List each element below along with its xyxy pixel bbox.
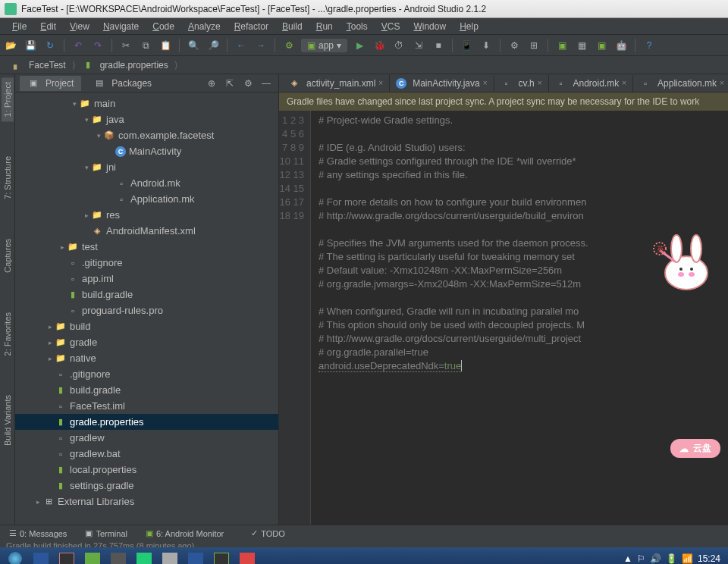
editor-tab[interactable]: ◈activity_main.xml× [282, 75, 390, 92]
tree-item[interactable]: ◈AndroidManifest.xml [15, 223, 278, 239]
mascot-bunny-icon[interactable]: 英 [652, 227, 720, 296]
editor-tab[interactable]: ▫Android.mk× [549, 75, 634, 92]
project-structure-icon[interactable]: ⊞ [526, 38, 541, 53]
tray-icon[interactable]: ⚐ [637, 553, 645, 564]
avd-icon[interactable]: 📱 [459, 38, 474, 53]
undo-icon[interactable]: ↶ [71, 38, 86, 53]
stop-icon[interactable]: ■ [431, 38, 446, 53]
tree-item[interactable]: ▸📁gradle [15, 334, 278, 350]
debug-icon[interactable]: 🐞 [372, 38, 387, 53]
tree-item[interactable]: ▫FaceTest.iml [15, 398, 278, 414]
taskbar-app[interactable] [55, 549, 79, 564]
tree-item[interactable]: ▸📁res [15, 207, 278, 223]
tray-icon[interactable]: ▲ [623, 553, 632, 564]
redo-icon[interactable]: ↷ [90, 38, 105, 53]
tree-item[interactable]: ▮gradle.properties [15, 414, 278, 430]
expand-arrow-icon[interactable]: ▸ [46, 323, 55, 331]
menu-file[interactable]: File [6, 20, 33, 33]
theme-icon[interactable]: ▣ [594, 38, 609, 53]
tree-item[interactable]: ▸📁test [15, 239, 278, 255]
menu-refactor[interactable]: Refactor [228, 20, 275, 33]
taskbar-app[interactable] [235, 549, 259, 564]
project-view-tab[interactable]: ▣ Project [20, 76, 81, 91]
sync-icon[interactable]: ↻ [42, 38, 58, 53]
taskbar-app[interactable] [106, 549, 130, 564]
taskbar-app[interactable] [29, 549, 53, 564]
back-icon[interactable]: ← [234, 38, 249, 53]
sdk-icon[interactable]: ⬇ [479, 38, 494, 53]
settings-icon[interactable]: ⚙ [507, 38, 522, 53]
make-icon[interactable]: ⚙ [281, 38, 297, 53]
replace-icon[interactable]: 🔎 [206, 38, 221, 53]
menu-help[interactable]: Help [453, 20, 485, 33]
taskbar-app[interactable] [209, 549, 234, 564]
expand-arrow-icon[interactable]: ▾ [70, 100, 79, 108]
tray-icon[interactable]: 🔋 [666, 553, 677, 564]
layout-icon[interactable]: ▦ [574, 38, 589, 53]
tool-tab-project[interactable]: 1: Project [2, 77, 14, 121]
android-robot-icon[interactable]: 🤖 [613, 38, 629, 53]
tree-item[interactable]: ▮local.properties [15, 462, 278, 478]
help-icon[interactable]: ? [642, 38, 657, 53]
tool-tab-structure[interactable]: 7: Structure [2, 152, 14, 204]
tree-item[interactable]: ▸📁native [15, 350, 278, 366]
todo-tab[interactable]: ✓ TODO [246, 527, 290, 540]
tool-tab-build-variants[interactable]: Build Variants [2, 390, 14, 450]
menu-edit[interactable]: Edit [34, 20, 62, 33]
menu-build[interactable]: Build [276, 20, 309, 33]
tree-item[interactable]: ▸📁build [15, 318, 278, 334]
editor-tab[interactable]: ▫Application.mk× [633, 75, 728, 92]
menu-window[interactable]: Window [407, 20, 452, 33]
tool-tab-favorites[interactable]: 2: Favorites [2, 308, 14, 360]
menu-analyze[interactable]: Analyze [182, 20, 227, 33]
messages-tab[interactable]: ☰ 0: Messages [5, 527, 71, 540]
menu-tools[interactable]: Tools [340, 20, 374, 33]
tree-item[interactable]: ▾📁java [15, 111, 278, 127]
collapse-icon[interactable]: ⇱ [222, 76, 237, 91]
cloud-drive-widget[interactable]: ☁ 云盘 [670, 439, 720, 458]
expand-arrow-icon[interactable]: ▾ [94, 132, 103, 139]
menu-navigate[interactable]: Navigate [97, 20, 145, 33]
close-tab-icon[interactable]: × [378, 79, 383, 87]
expand-arrow-icon[interactable]: ▸ [58, 243, 67, 251]
clock[interactable]: 15:24 [698, 553, 720, 564]
tool-tab-captures[interactable]: Captures [2, 234, 14, 277]
taskbar-app[interactable] [158, 549, 182, 564]
close-tab-icon[interactable]: × [720, 79, 724, 87]
open-icon[interactable]: 📂 [3, 38, 18, 53]
copy-icon[interactable]: ⧉ [138, 38, 153, 53]
tree-item[interactable]: ▫.gitignore [15, 366, 278, 382]
editor-tab[interactable]: CMainActivity.java× [390, 76, 494, 91]
monitor-icon[interactable]: ▣ [554, 38, 570, 53]
tree-item[interactable]: CMainActivity [15, 143, 278, 159]
tree-item[interactable]: ▫gradlew [15, 430, 278, 446]
breadcrumb-item[interactable]: ▖ FaceTest [5, 58, 72, 73]
close-tab-icon[interactable]: × [483, 79, 488, 87]
taskbar-app[interactable] [132, 549, 156, 564]
tree-item[interactable]: ▮build.gradle [15, 287, 278, 302]
tree-item[interactable]: ▫proguard-rules.pro [15, 302, 278, 318]
taskbar-app[interactable] [80, 549, 105, 564]
breadcrumb-item[interactable]: ▮ gradle.properties [76, 58, 174, 73]
tray-icon[interactable]: 📶 [682, 553, 693, 564]
project-tree[interactable]: ▾📁main▾📁java▾📦com.example.facetestCMainA… [15, 92, 278, 525]
tree-item[interactable]: ▾📁jni [15, 159, 278, 175]
code-text[interactable]: # Project-wide Gradle settings. # IDE (e… [311, 111, 728, 525]
menu-vcs[interactable]: VCS [375, 20, 406, 33]
tree-item[interactable]: ▫.gitignore [15, 255, 278, 271]
save-icon[interactable]: 💾 [23, 38, 38, 53]
profile-icon[interactable]: ⏱ [391, 38, 406, 53]
packages-view-tab[interactable]: ▤ Packages [86, 76, 159, 91]
editor-tab[interactable]: ▫cv.h× [494, 75, 549, 92]
menu-code[interactable]: Code [146, 20, 180, 33]
sync-notification-bar[interactable]: Gradle files have changed since last pro… [279, 92, 728, 111]
tree-item[interactable]: ▮build.gradle [15, 382, 278, 398]
tree-item[interactable]: ▫Application.mk [15, 191, 278, 207]
tree-item[interactable]: ▫gradlew.bat [15, 446, 278, 462]
gear-icon[interactable]: ⚙ [240, 76, 256, 91]
tree-item[interactable]: ▾📁main [15, 96, 278, 111]
android-monitor-tab[interactable]: ▣ 6: Android Monitor [141, 527, 228, 540]
expand-arrow-icon[interactable]: ▸ [82, 212, 91, 219]
tray-icon[interactable]: 🔊 [650, 553, 661, 564]
forward-icon[interactable]: → [253, 38, 268, 53]
